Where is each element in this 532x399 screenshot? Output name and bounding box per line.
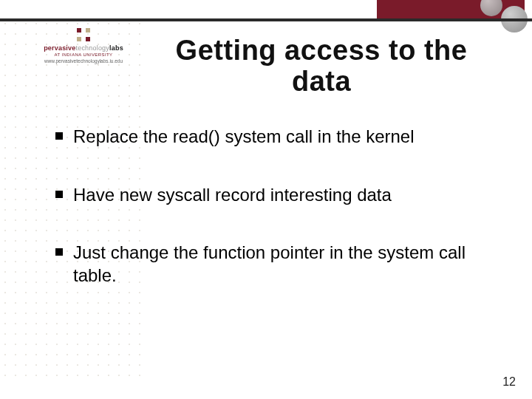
logo-mark-icon (77, 28, 90, 41)
square-bullet-icon (55, 248, 63, 256)
list-item: Have new syscall record interesting data (55, 184, 484, 207)
list-item: Replace the read() system call in the ke… (55, 126, 484, 149)
square-bullet-icon (55, 191, 63, 198)
square-bullet-icon (55, 132, 63, 140)
page-number: 12 (502, 375, 516, 389)
bullet-text: Replace the read() system call in the ke… (73, 126, 484, 149)
header-divider (0, 18, 532, 21)
org-logo: pervasivetechnologylabs AT INDIANA UNIVE… (28, 28, 139, 64)
logo-url: www.pervasivetechnologylabs.iu.edu (28, 58, 139, 64)
logo-word-technology: technology (75, 44, 109, 52)
logo-word-pervasive: pervasive (44, 44, 75, 52)
logo-word-labs: labs (109, 44, 123, 52)
bullet-text: Have new syscall record interesting data (73, 184, 484, 207)
bullet-list: Replace the read() system call in the ke… (55, 126, 484, 323)
slide-title: Getting access to the data (148, 35, 495, 98)
logo-wordmark: pervasivetechnologylabs (28, 44, 139, 52)
logo-subline: AT INDIANA UNIVERSITY (28, 52, 139, 57)
bullet-text: Just change the function pointer in the … (73, 242, 484, 287)
slide: pervasivetechnologylabs AT INDIANA UNIVE… (0, 0, 532, 399)
list-item: Just change the function pointer in the … (55, 242, 484, 287)
